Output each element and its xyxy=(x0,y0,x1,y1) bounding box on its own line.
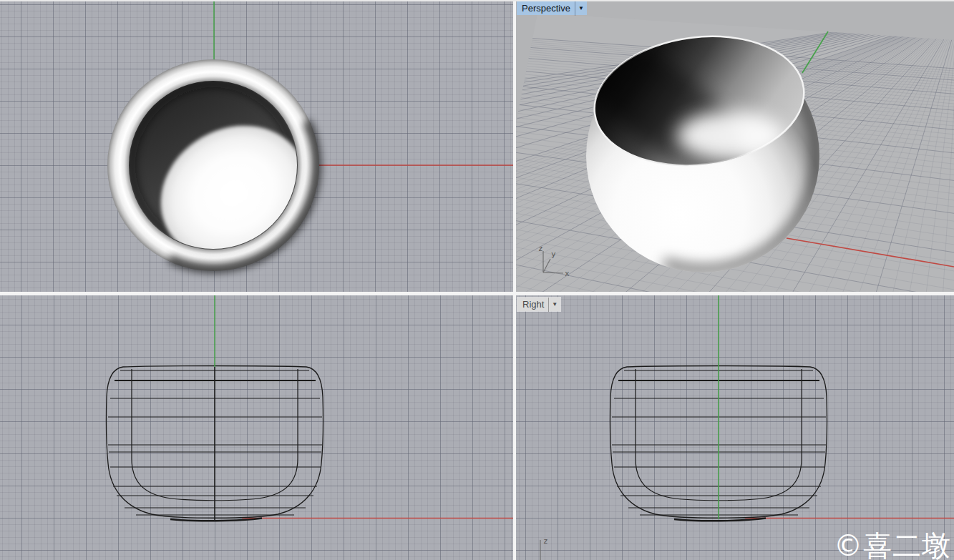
front-view-canvas xyxy=(0,295,513,560)
viewport-tab-perspective[interactable]: Perspective ▼ xyxy=(517,1,587,15)
watermark-text: ©喜二墩 xyxy=(834,531,951,560)
viewport-tab-label: Perspective xyxy=(517,1,575,16)
gizmo-x-label: x xyxy=(565,269,570,278)
top-view-bowl-model xyxy=(107,59,332,287)
window-top-edge xyxy=(0,0,954,1)
right-view-axis-gizmo: z xyxy=(540,536,548,560)
viewport-perspective[interactable]: z y x Perspective ▼ xyxy=(516,0,954,292)
right-view-canvas: z xyxy=(516,295,954,560)
viewport-splitter-vertical[interactable] xyxy=(513,0,516,560)
viewport-splitter-horizontal[interactable] xyxy=(0,292,954,295)
chevron-down-icon[interactable]: ▼ xyxy=(575,1,587,16)
gizmo-y-label: y xyxy=(551,250,556,259)
gizmo-z-label: z xyxy=(538,244,543,253)
top-view-canvas xyxy=(0,0,513,292)
chevron-down-icon[interactable]: ▼ xyxy=(548,298,560,312)
viewport-front[interactable] xyxy=(0,295,513,560)
gizmo-z-label: z xyxy=(543,536,548,546)
viewport-top[interactable] xyxy=(0,0,513,292)
viewport-tab-right[interactable]: Right ▼ xyxy=(517,298,560,311)
viewport-tab-label: Right xyxy=(517,298,548,312)
front-wireframe-bowl xyxy=(106,366,323,521)
viewport-right[interactable]: z Right ▼ ©喜二墩 xyxy=(516,295,954,560)
rhino-4view-workspace: { "watermark": { "text": "©喜二墩" }, "view… xyxy=(0,0,954,560)
perspective-canvas: z y x xyxy=(516,0,954,292)
